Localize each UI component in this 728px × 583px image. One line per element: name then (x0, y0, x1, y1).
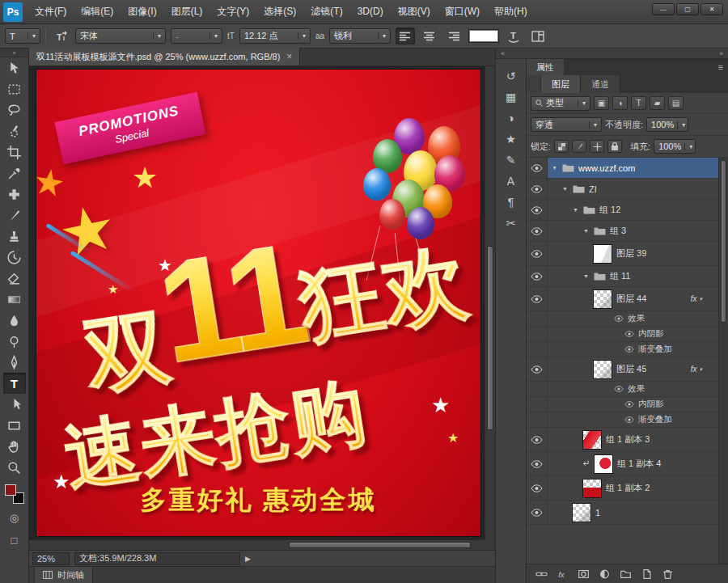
timeline-tab[interactable]: 时间轴 (34, 567, 93, 583)
layer-visibility-toggle[interactable] (527, 428, 548, 451)
gradient-tool[interactable] (3, 289, 26, 310)
menu-help[interactable]: 帮助(H) (487, 0, 535, 23)
menu-edit[interactable]: 编辑(E) (74, 0, 121, 23)
blend-mode-select[interactable]: 穿透 ▾ (531, 117, 602, 132)
layers-scrollbar[interactable] (718, 158, 728, 564)
font-family-select[interactable]: 宋体 ▾ (75, 28, 166, 44)
menu-file[interactable]: 文件(F) (28, 0, 74, 23)
effect-visibility-toggle[interactable] (624, 401, 634, 408)
move-tool[interactable] (3, 57, 26, 78)
close-button[interactable]: ✕ (700, 3, 723, 15)
adjustments-panel-icon[interactable]: ◑ (501, 108, 522, 129)
text-color-swatch[interactable] (468, 29, 499, 43)
clone-stamp-tool[interactable] (3, 226, 26, 247)
opacity-select[interactable]: 100% ▾ (646, 117, 688, 132)
delete-layer-icon[interactable] (660, 567, 675, 581)
canvas-vertical-scrollbar[interactable] (485, 66, 495, 539)
menu-select[interactable]: 选择(S) (256, 0, 303, 23)
layer-visibility-toggle[interactable] (527, 342, 548, 357)
character-panel-icon[interactable]: A (501, 171, 522, 192)
layer-mask-icon[interactable] (576, 567, 590, 581)
expand-triangle-icon[interactable]: ▼ (551, 165, 558, 171)
effect-visibility-toggle[interactable] (614, 315, 624, 322)
layer-visibility-toggle[interactable] (527, 327, 548, 341)
filter-pixel-layers-icon[interactable]: ▣ (594, 96, 609, 110)
text-orientation-icon[interactable]: T (51, 27, 70, 44)
layer-visibility-toggle[interactable] (527, 200, 548, 220)
align-left-button[interactable] (396, 27, 415, 44)
minimize-button[interactable]: — (652, 3, 675, 15)
lasso-tool[interactable] (3, 99, 26, 120)
swatches-panel-icon[interactable]: ▦ (501, 87, 522, 108)
new-group-icon[interactable] (618, 567, 633, 581)
warp-text-icon[interactable]: T (504, 27, 523, 44)
layer-row[interactable]: 内阴影 (527, 397, 718, 412)
layer-visibility-toggle[interactable] (527, 158, 548, 178)
filter-adjustment-layers-icon[interactable]: ◑ (612, 96, 628, 110)
fx-badge[interactable]: fx ▾ (691, 365, 702, 374)
menu-image[interactable]: 图像(I) (121, 0, 163, 23)
filter-type-select[interactable]: 类型 ▾ (531, 96, 590, 111)
lock-pixels-icon[interactable] (572, 140, 586, 153)
effect-visibility-toggle[interactable] (614, 386, 624, 392)
layer-style-icon[interactable]: fx (555, 567, 569, 581)
layer-row[interactable]: 1 (527, 501, 718, 525)
marquee-tool[interactable] (3, 78, 26, 99)
layer-visibility-toggle[interactable] (527, 287, 548, 311)
layer-visibility-toggle[interactable] (527, 242, 548, 265)
fill-select[interactable]: 100% ▾ (654, 139, 696, 154)
expand-triangle-icon[interactable]: ▼ (582, 273, 590, 279)
type-tool[interactable]: T (3, 373, 26, 394)
dodge-tool[interactable] (3, 331, 26, 352)
effect-visibility-toggle[interactable] (624, 346, 634, 353)
toolbar-collapse-icon[interactable]: » (0, 49, 28, 57)
annotations-panel-icon[interactable]: ✂ (501, 213, 522, 234)
document-tab[interactable]: 双11活动展板模板源文件.psd @ 25% (www.uzzf.com, RG… (29, 48, 300, 65)
expand-panels-icon[interactable]: « (501, 49, 505, 57)
layer-visibility-toggle[interactable] (527, 179, 548, 199)
menu-type[interactable]: 文字(Y) (210, 0, 256, 23)
layer-visibility-toggle[interactable] (527, 221, 548, 241)
collapse-panels-icon[interactable]: » (719, 49, 723, 57)
layer-row[interactable]: 效果 (527, 311, 718, 327)
layer-row[interactable]: 图层 39 (527, 242, 718, 266)
layer-row[interactable]: 组 1 副本 2 (527, 476, 718, 501)
quick-selection-tool[interactable] (3, 120, 26, 142)
canvas-horizontal-scrollbar[interactable] (29, 539, 485, 550)
tool-preset-picker[interactable]: T ▾ (5, 28, 40, 44)
quick-mask-button[interactable]: ◎ (3, 509, 26, 526)
layer-row[interactable]: ▼组 3 (527, 221, 718, 242)
menu-window[interactable]: 窗口(W) (438, 0, 487, 23)
anti-alias-select[interactable]: 锐利 ▾ (329, 28, 391, 44)
layer-row[interactable]: 图层 44fx ▾ (527, 287, 718, 311)
align-center-button[interactable] (420, 27, 439, 44)
history-brush-tool[interactable] (3, 247, 26, 268)
toggle-panels-icon[interactable] (528, 27, 548, 44)
layer-visibility-toggle[interactable] (527, 266, 548, 286)
tab-channels[interactable]: 通道 (581, 75, 620, 93)
eyedropper-tool[interactable] (3, 163, 26, 184)
expand-triangle-icon[interactable]: ▼ (561, 186, 569, 192)
layer-row[interactable]: 渐变叠加 (527, 412, 718, 428)
crop-tool[interactable] (3, 142, 26, 163)
layer-row[interactable]: ▼组 11 (527, 266, 718, 287)
foreground-color-swatch[interactable] (5, 484, 16, 496)
expand-triangle-icon[interactable]: ▼ (582, 228, 590, 234)
font-size-select[interactable]: 12.12 点 ▾ (239, 28, 311, 44)
layer-visibility-toggle[interactable] (527, 397, 548, 412)
app-logo[interactable]: Ps (3, 2, 23, 22)
screen-mode-button[interactable]: □ (3, 531, 26, 549)
font-style-select[interactable]: - ▾ (171, 28, 222, 44)
path-selection-tool[interactable] (3, 394, 26, 415)
layer-row[interactable]: ▼组 12 (527, 200, 718, 221)
layer-row[interactable]: 图层 45fx ▾ (527, 357, 718, 382)
adjustment-layer-icon[interactable] (597, 567, 612, 581)
filter-type-layers-icon[interactable]: T (631, 96, 646, 110)
healing-brush-tool[interactable] (3, 184, 26, 205)
layer-row[interactable]: 渐变叠加 (527, 342, 718, 357)
layer-visibility-toggle[interactable] (527, 476, 548, 500)
layer-visibility-toggle[interactable] (527, 501, 548, 524)
vertical-scroll-thumb[interactable] (487, 246, 493, 430)
layer-visibility-toggle[interactable] (527, 311, 548, 326)
filter-smart-objects-icon[interactable]: ▤ (668, 96, 684, 110)
